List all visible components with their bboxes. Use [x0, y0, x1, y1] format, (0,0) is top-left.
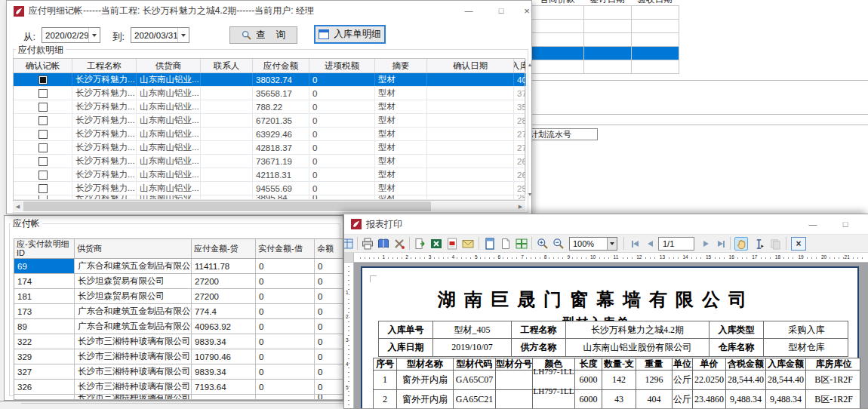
page-setup-icon[interactable] — [483, 237, 497, 251]
tools-icon[interactable] — [392, 237, 406, 251]
table-row[interactable]: 长沙万科魅力...山东南山铝业...94555.690型材251 — [14, 182, 525, 195]
column-header[interactable]: 余额 — [315, 239, 343, 258]
text-select-icon[interactable] — [752, 237, 765, 251]
close-preview-button[interactable]: × — [791, 237, 806, 251]
page-number-field[interactable]: 1/1 — [658, 237, 694, 251]
hand-tool-icon[interactable] — [734, 237, 748, 251]
chevron-down-icon[interactable] — [88, 28, 100, 42]
minimize-button[interactable]: — — [801, 215, 825, 233]
table-row[interactable]: 69广东合和建筑五金制品有限公司11411.7800 — [14, 259, 343, 274]
column-header[interactable]: 应-实付款明细ID — [14, 239, 75, 258]
table-row[interactable]: 长沙万科魅力...山东南山铝业...73671.190型材266 — [14, 155, 525, 168]
copy-page-icon[interactable] — [768, 237, 782, 251]
mail-icon[interactable] — [461, 237, 475, 251]
table-row[interactable] — [532, 20, 679, 33]
column-header[interactable]: 验收日期 — [631, 0, 679, 5]
column-header[interactable]: 实付金额-借 — [256, 239, 315, 258]
table-row[interactable]: 329长沙市三湘特种玻璃有限公司10790.4600 — [14, 349, 343, 364]
table-row[interactable]: 326长沙市三湘特种玻璃有限公司7193.6400 — [14, 380, 343, 395]
column-header[interactable]: 供货商 — [137, 59, 201, 72]
scroll-left-icon[interactable]: ◀ — [13, 201, 23, 211]
plan-serial-field[interactable]: 计划流水号 — [531, 128, 598, 140]
chevron-down-icon[interactable] — [607, 238, 617, 250]
table-row[interactable]: 长沙万科魅力...山东南山铝业...67201.350型材283 — [14, 114, 525, 128]
table-row[interactable] — [532, 6, 679, 20]
column-header[interactable]: 签订日期 — [583, 0, 631, 5]
excel-export-icon[interactable] — [429, 237, 443, 251]
zoom-out-icon[interactable] — [552, 237, 565, 251]
table-row[interactable]: 长沙万科魅力...山东南山铝业...38032.740型材405 — [14, 73, 525, 87]
scroll-down-icon[interactable]: ▼ — [525, 189, 534, 198]
table-row[interactable]: 181长沙坦森贸易有限公司2720000 — [14, 289, 343, 304]
checkbox[interactable] — [38, 184, 48, 193]
table-row[interactable]: 174长沙坦森贸易有限公司2720000 — [14, 274, 343, 289]
column-header[interactable]: 进项税额 — [309, 59, 375, 72]
table-row[interactable]: 长沙万科魅力...山东南山铝业...788.220型材358 — [14, 100, 525, 114]
checkbox[interactable] — [38, 103, 48, 112]
checkbox[interactable] — [38, 89, 48, 98]
column-header[interactable]: 工程名称 — [72, 59, 137, 72]
divider — [527, 114, 868, 115]
multi-page-icon[interactable] — [515, 237, 528, 251]
zoom-in-icon[interactable] — [536, 237, 549, 251]
vertical-scrollbar[interactable]: ▲ ▼ — [525, 58, 534, 200]
table-row[interactable] — [532, 33, 679, 47]
maximize-button[interactable]: □ — [489, 2, 513, 20]
checkbox[interactable] — [38, 116, 48, 125]
table-row[interactable]: 322长沙市三湘特种玻璃有限公司9839.3400 — [14, 334, 343, 349]
column-header[interactable]: 摘要 — [375, 59, 427, 72]
to-date-picker[interactable]: 2020/03/31 — [131, 27, 189, 43]
first-page-icon[interactable] — [628, 237, 642, 251]
next-page-icon[interactable] — [699, 237, 713, 251]
single-page-icon[interactable] — [499, 237, 512, 251]
column-header[interactable]: 联系人 — [201, 59, 253, 72]
column-header[interactable]: 确认日期 — [427, 59, 514, 72]
checkbox[interactable] — [38, 130, 48, 139]
previous-page-icon[interactable] — [643, 237, 657, 251]
checkbox[interactable] — [38, 195, 48, 199]
table-row[interactable]: 长沙万科魅力...山东南山铝业...3895.840型材250 — [14, 195, 525, 200]
column-header[interactable]: 入库 — [514, 59, 526, 72]
zoom-level-combo[interactable]: 100% — [569, 237, 617, 251]
scroll-up-icon[interactable]: ▲ — [525, 60, 534, 69]
horizontal-scrollbar[interactable]: ◀ ▶ — [13, 201, 525, 211]
maximize-button[interactable]: □ — [833, 215, 857, 233]
table-row[interactable]: 长沙万科魅力...山东南山铝业...42818.370型材275 — [14, 141, 525, 155]
table-row[interactable]: 长沙市三湘特种玻璃有限公司0 — [14, 395, 343, 400]
table-row[interactable]: 89广东合和建筑五金制品有限公司40963.9200 — [14, 319, 343, 334]
column-header[interactable]: 合同价款 — [531, 0, 583, 5]
table-row[interactable]: 327长沙市三湘特种玻璃有限公司9839.3400 — [14, 364, 343, 380]
table-row[interactable] — [532, 47, 679, 60]
checkbox[interactable] — [38, 171, 48, 180]
inbound-detail-button[interactable]: 入库单明细 — [314, 25, 386, 44]
open-book-icon[interactable] — [377, 237, 390, 251]
table-row[interactable] — [532, 60, 679, 74]
from-date-picker[interactable]: 2020/02/29 — [42, 27, 100, 43]
minimize-button[interactable]: — — [457, 2, 481, 20]
scroll-right-icon[interactable]: ▶ — [516, 201, 525, 211]
column-header[interactable]: 应付金额 — [253, 59, 309, 72]
print-preview-area[interactable]: 湖南巨晟门窗幕墙有限公司 型材入库单 入库单号型材_405工程名称长沙万科魅力之… — [354, 263, 868, 408]
design-grid-icon[interactable] — [343, 237, 354, 251]
table-row[interactable]: 长沙万科魅力...山东南山铝业...35658.170型材376 — [14, 87, 525, 100]
chevron-down-icon[interactable] — [177, 28, 189, 42]
last-page-icon[interactable] — [714, 237, 728, 251]
checkbox[interactable] — [38, 157, 48, 166]
export-icon[interactable] — [414, 237, 427, 251]
title-bar[interactable]: 报表打印 — [344, 214, 868, 235]
query-button[interactable]: 查 询 — [229, 26, 297, 44]
table-row[interactable]: 长沙万科魅力...山东南山铝业...63929.460型材276 — [14, 128, 525, 141]
column-header[interactable]: 确认记帐 — [14, 59, 72, 72]
checkbox[interactable] — [38, 75, 48, 85]
title-bar[interactable]: 应付明细记帐------当前工程: 长沙万科魅力之城4.2期------当前用户… — [7, 1, 531, 21]
pdf-export-icon[interactable] — [445, 237, 459, 251]
column-header[interactable]: 应付金额-贷 — [192, 239, 256, 258]
column-header[interactable]: 供货商 — [75, 239, 192, 258]
table-row[interactable]: 长沙万科魅力...山东南山铝业...42118.310型材265 — [14, 168, 525, 182]
print-icon[interactable] — [361, 237, 374, 251]
table-row[interactable]: 173广东合和建筑五金制品有限公司774.400 — [14, 304, 343, 319]
scrollbar-thumb[interactable] — [23, 201, 431, 211]
close-button[interactable]: × — [860, 215, 868, 233]
checkbox[interactable] — [38, 143, 48, 152]
close-button[interactable]: × — [515, 2, 539, 20]
